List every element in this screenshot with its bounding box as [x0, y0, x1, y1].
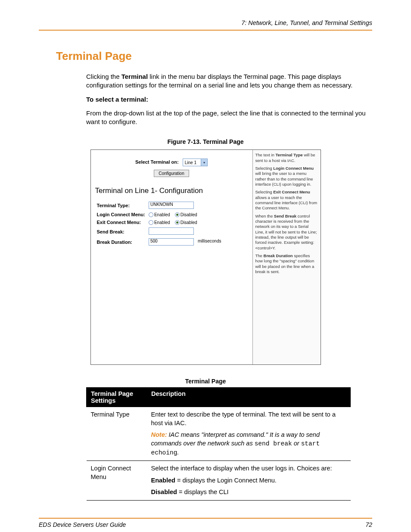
break-duration-input[interactable]: 500: [149, 238, 194, 246]
chevron-down-icon: ▾: [201, 159, 207, 166]
page-footer: EDS Device Servers User Guide 72: [39, 518, 372, 528]
send-break-label: Send Break:: [95, 226, 147, 237]
row-login-connect-name: Login Connect Menu: [87, 461, 147, 501]
figure-section-title: Terminal on Line 1- Configuration: [95, 187, 248, 195]
settings-table: Terminal Page Settings Description Termi…: [86, 387, 351, 501]
config-form: Terminal Type: UNKNOWN Login Connect Men…: [95, 200, 248, 247]
footer-page-number: 72: [365, 521, 372, 528]
page-title: Terminal Page: [56, 50, 372, 63]
th-description: Description: [147, 388, 351, 407]
intro-paragraph: Clicking the Terminal link in the menu b…: [86, 72, 368, 90]
select-terminal-label: Select Terminal on:: [135, 159, 179, 165]
break-duration-label: Break Duration:: [95, 237, 147, 247]
row-login-connect-desc: Select the interface to display when the…: [147, 461, 351, 501]
exit-enabled-radio[interactable]: [149, 220, 153, 225]
figure-caption: Figure 7-13. Terminal Page: [39, 138, 372, 145]
configuration-button[interactable]: Configuration: [154, 170, 189, 177]
line-select[interactable]: Line 1 ▾: [183, 159, 208, 166]
row-terminal-type-name: Terminal Type: [87, 407, 147, 461]
login-connect-label: Login Connect Menu:: [95, 210, 147, 218]
exit-connect-label: Exit Connect Menu:: [95, 218, 147, 227]
intro-bold: Terminal: [121, 73, 148, 80]
break-duration-units: milliseconds: [198, 239, 221, 243]
exit-disabled-radio[interactable]: [175, 220, 180, 225]
footer-left: EDS Device Servers User Guide: [39, 521, 126, 528]
terminal-type-label: Terminal Type:: [95, 200, 147, 210]
row-terminal-type-desc: Enter text to describe the type of termi…: [147, 407, 351, 461]
table-caption: Terminal Page: [39, 378, 372, 385]
login-disabled-radio[interactable]: [175, 212, 180, 217]
line-select-value: Line 1: [183, 160, 201, 165]
exit-enabled-text: Enabled: [154, 220, 170, 225]
login-enabled-text: Enabled: [154, 212, 170, 217]
select-body: From the drop-down list at the top of th…: [86, 109, 368, 127]
running-head: 7: Network, Line, Tunnel, and Terminal S…: [39, 19, 372, 29]
send-break-input[interactable]: [149, 227, 194, 235]
th-settings: Terminal Page Settings: [87, 388, 147, 407]
exit-disabled-text: Disabled: [181, 220, 197, 225]
login-enabled-radio[interactable]: [149, 212, 153, 217]
note-label: Note:: [151, 431, 167, 438]
terminal-type-input[interactable]: UNKNOWN: [149, 202, 194, 209]
figure-terminal-page: Select Terminal on: Line 1 ▾ Configurati…: [90, 149, 321, 365]
header-rule: [39, 30, 372, 31]
figure-help-pane: The text in Terminal Type will be sent t…: [252, 150, 321, 364]
login-disabled-text: Disabled: [181, 212, 197, 217]
select-heading: To select a terminal:: [86, 95, 368, 104]
